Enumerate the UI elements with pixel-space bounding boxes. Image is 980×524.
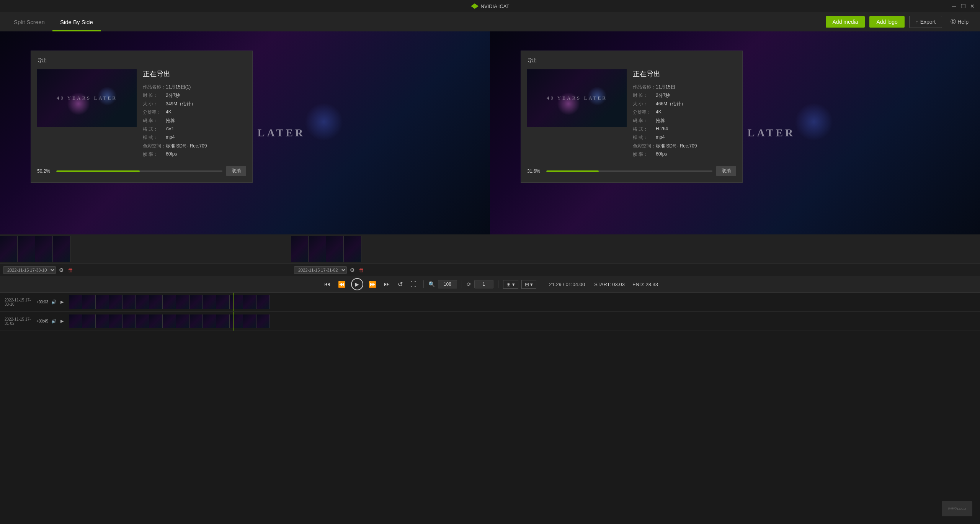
t1-frame-4 [109, 295, 122, 309]
right-info-filename: 作品名称： 11月15日 [633, 84, 736, 90]
start-time-display: START: 03.03 [594, 282, 625, 287]
right-colorspace-label: 色彩空间： [633, 143, 656, 149]
controls-divider-2 [462, 280, 462, 288]
right-dialog-thumb: 40 YEARS LATER [527, 69, 627, 127]
step-back-button[interactable]: ⏪ [336, 279, 348, 290]
play-button[interactable]: ▶ [351, 278, 363, 290]
right-container-label: 桿 式： [633, 134, 656, 141]
right-clip-settings-button[interactable]: ⚙ [349, 266, 356, 274]
tabbar: Split Screen Side By Side Add media Add … [0, 12, 980, 31]
left-glow-blue [305, 103, 343, 141]
left-clip-delete-button[interactable]: 🗑 [67, 266, 74, 274]
watermark-logo: 云天空LOGO [942, 501, 972, 516]
export-icon: ↑ [916, 19, 918, 25]
zoom-value[interactable]: 108 [438, 280, 457, 288]
layout-button[interactable]: ⊞ ▾ [503, 280, 518, 289]
left-codec-label: 码 率： [143, 118, 166, 124]
right-dialog-footer: 31.6% 取消 [527, 166, 736, 176]
right-info-resolution: 分辨率： 4K [633, 109, 736, 116]
right-clip-thumbnail [291, 236, 362, 262]
right-info-colorspace: 色彩空间： 标准 SDR · Rec.709 [633, 143, 736, 149]
t2-frame-6 [136, 314, 149, 328]
left-dialog-footer: 50.2% 取消 [37, 166, 246, 176]
left-clip-label: 2022-11-15 17-33-10 ⚙ 🗑 [0, 264, 107, 276]
left-framerate-label: 帧 率： [143, 151, 166, 158]
track-row-1: 2022-11-15 17-33-10 +00:03 🔊 ▶ [0, 293, 980, 312]
add-media-button[interactable]: Add media [826, 16, 865, 28]
add-logo-button[interactable]: Add logo [869, 16, 904, 28]
left-info-duration: 时 长： 2分7秒 [143, 92, 246, 99]
right-clip-dropdown[interactable]: 2022-11-15 17-31-02 [294, 266, 347, 274]
right-info-format: 格 式： H.264 [633, 126, 736, 133]
left-dialog-thumb: 40 YEARS LATER [37, 69, 137, 127]
controls-divider-3 [498, 280, 498, 288]
tab-split-screen[interactable]: Split Screen [6, 12, 52, 31]
track-1-volume-icon[interactable]: 🔊 [51, 299, 57, 305]
t1-frame-7 [149, 295, 163, 309]
track-1-clip [69, 295, 270, 309]
right-dialog-title: 导出 [527, 57, 736, 64]
app-title-text: NVIDIA ICAT [481, 3, 510, 9]
track-2-play-button[interactable]: ▶ [60, 318, 64, 324]
restore-button[interactable]: ❐ [960, 3, 966, 9]
left-cancel-button[interactable]: 取消 [226, 166, 246, 176]
skip-to-end-button[interactable]: ⏭ [382, 279, 392, 289]
left-container-value: mp4 [166, 134, 175, 141]
grid-button[interactable]: ⊟ ▾ [521, 280, 537, 289]
fullscreen-button[interactable]: ⛶ [408, 279, 419, 289]
tracks-area: 2022-11-15 17-33-10 +00:03 🔊 ▶ [0, 293, 980, 524]
track-2-volume-icon[interactable]: 🔊 [51, 318, 57, 324]
right-thumb-title: 40 YEARS LATER [547, 95, 607, 101]
t1-frame-2 [82, 295, 96, 309]
left-export-dialog: 导出 40 YEARS LATER 正在导出 作品名称： 11月15日(1) [31, 51, 253, 183]
right-codec-label: 码 率： [633, 118, 656, 124]
right-cancel-button[interactable]: 取消 [716, 166, 736, 176]
left-size-label: 大 小： [143, 101, 166, 107]
preview-area: 40 YEARS LATER 导出 40 YEARS LATER 正在导出 作品… [0, 31, 980, 234]
window-controls: ─ ❐ ✕ [951, 3, 975, 9]
export-button[interactable]: ↑ Export [909, 16, 942, 28]
left-info-container: 桿 式： mp4 [143, 134, 246, 141]
right-progress-bar-bg [546, 170, 712, 172]
clip-frame-4 [53, 236, 70, 262]
left-dialog-title: 导出 [37, 57, 246, 64]
right-duration-value: 2分7秒 [656, 92, 670, 99]
clips-row [0, 234, 980, 264]
nvidia-logo-icon [471, 3, 479, 9]
tab-indicator-left [0, 12, 980, 13]
step-forward-button[interactable]: ⏩ [366, 279, 379, 290]
right-clip-label: 2022-11-15 17-31-02 ⚙ 🗑 [291, 264, 368, 276]
left-container-label: 桿 式： [143, 134, 166, 141]
track-row-2: 2022-11-15 17-31-02 +00:45 🔊 ▶ [0, 312, 980, 331]
left-info-size: 大 小： 349M（估计） [143, 101, 246, 107]
help-button[interactable]: ⓪ Help [947, 16, 972, 28]
clip-frame-2 [18, 236, 35, 262]
right-clip-delete-button[interactable]: 🗑 [358, 266, 365, 274]
zoom-icon: 🔍 [428, 281, 435, 287]
sync-value[interactable]: 1 [474, 280, 493, 288]
clip-frame-r1 [291, 236, 309, 262]
left-thumb-title: 40 YEARS LATER [57, 95, 117, 101]
loop-button[interactable]: ↺ [395, 279, 405, 290]
t2-frame-10 [189, 314, 203, 328]
track-1-play-button[interactable]: ▶ [60, 299, 64, 305]
left-filename-value: 11月15日(1) [166, 84, 191, 90]
tab-side-by-side[interactable]: Side By Side [52, 12, 101, 31]
clip-frame-3 [35, 236, 53, 262]
skip-to-start-button[interactable]: ⏮ [322, 279, 333, 289]
t1-frame-13 [230, 295, 243, 309]
right-size-label: 大 小： [633, 101, 656, 107]
t1-frame-6 [136, 295, 149, 309]
left-clip-dropdown[interactable]: 2022-11-15 17-33-10 [3, 266, 56, 274]
right-dialog-info: 正在导出 作品名称： 11月15日 时 长： 2分7秒 大 小： 466M（估计… [633, 69, 736, 160]
close-button[interactable]: ✕ [969, 3, 975, 9]
right-dialog-header: 正在导出 [633, 69, 736, 79]
t2-frame-14 [243, 314, 256, 328]
t1-frame-3 [96, 295, 109, 309]
left-clip-settings-button[interactable]: ⚙ [58, 266, 65, 274]
minimize-button[interactable]: ─ [951, 3, 957, 9]
t2-frame-4 [109, 314, 122, 328]
right-info-duration: 时 长： 2分7秒 [633, 92, 736, 99]
left-filename-label: 作品名称： [143, 84, 166, 90]
t2-frame-11 [203, 314, 216, 328]
